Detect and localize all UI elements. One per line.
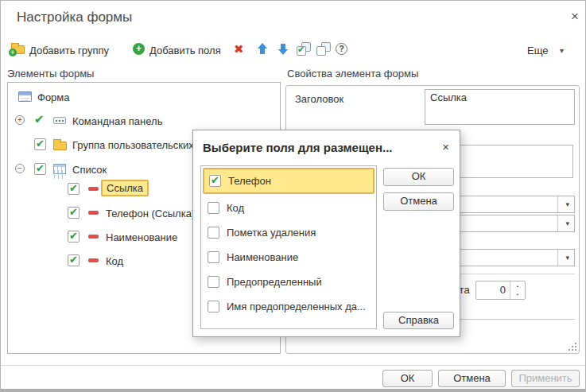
left-panel-header: Элементы формы [7, 68, 94, 80]
tree-label[interactable]: Телефон (Ссылка) [106, 208, 195, 219]
checkbox-checked[interactable]: ✔ [68, 254, 80, 266]
tree-label[interactable]: Форма [37, 91, 70, 103]
close-icon[interactable]: × [442, 140, 449, 153]
list-item[interactable]: Предопределенный [201, 270, 376, 294]
list-item[interactable]: Пометка удаления [201, 220, 376, 245]
help-icon[interactable]: ? [336, 43, 347, 55]
add-group-icon: + [11, 45, 25, 54]
dialog-cancel-button[interactable]: Отмена [383, 192, 454, 211]
chevron-down-icon: ▾ [565, 219, 569, 227]
collapse-icon[interactable]: − [15, 164, 25, 173]
list-item[interactable]: Наименование [201, 245, 376, 270]
list-item-label: Код [227, 202, 244, 214]
list-item-label: Имя предопределенных да... [227, 301, 366, 312]
list-item[interactable]: Имя предопределенных да... [201, 294, 376, 319]
chevron-down-icon: ▾ [565, 200, 569, 208]
checkbox-checked[interactable]: ✔ [34, 112, 45, 126]
checkbox-checked[interactable]: ✔ [209, 175, 221, 187]
checkbox-unchecked[interactable] [208, 202, 219, 214]
checkbox-checked[interactable]: ✔ [68, 183, 80, 195]
checkbox-unchecked[interactable] [208, 227, 219, 239]
title-label: Заголовок [295, 93, 343, 105]
checkbox-checked[interactable]: ✔ [34, 138, 46, 150]
tree-label[interactable]: Код [106, 255, 123, 267]
title-input[interactable]: Ссылка [425, 89, 575, 125]
checkbox-checked[interactable]: ✔ [68, 207, 80, 219]
list-item-selected[interactable]: ✔ Телефон [203, 168, 374, 194]
right-panel-header: Свойства элемента формы [287, 68, 418, 80]
list-item-label: Пометка удаления [227, 227, 316, 239]
folder-icon [53, 142, 67, 150]
list-item-label: Телефон [228, 175, 271, 187]
page-title: Настройка формы [17, 10, 132, 25]
divider [1, 365, 586, 366]
chevron-down-icon[interactable]: ▾ [560, 46, 564, 55]
more-button[interactable]: Еще [527, 45, 548, 56]
delete-icon[interactable]: ✖ [234, 42, 244, 56]
field-icon [88, 187, 99, 191]
command-bar-icon [53, 117, 66, 124]
add-fields-icon: + [133, 43, 145, 55]
checkbox-unchecked[interactable] [208, 251, 219, 263]
spin-down-icon[interactable]: ▼ [514, 292, 522, 297]
height-stepper[interactable]: 0 ▲▼ [475, 281, 526, 300]
table-icon [53, 164, 66, 174]
checkbox-unchecked[interactable] [208, 276, 219, 288]
field-icon [88, 235, 99, 239]
list-item-label: Предопределенный [227, 276, 322, 288]
expand-icon[interactable]: + [15, 115, 25, 125]
dialog-ok-button[interactable]: ОК [383, 168, 454, 186]
resize-grip[interactable] [569, 343, 578, 352]
list-item[interactable]: Код [201, 196, 376, 220]
height-value: 0 [500, 284, 506, 296]
spin-up-icon[interactable]: ▲ [514, 283, 522, 288]
tree-label[interactable]: Командная панель [72, 115, 162, 127]
add-fields-button[interactable]: Добавить поля [149, 45, 221, 56]
add-group-button[interactable]: Добавить группу [29, 45, 109, 56]
checkbox-checked[interactable]: ✔ [34, 163, 46, 175]
checkbox-unchecked[interactable] [208, 301, 219, 312]
tree-label-selected[interactable]: Ссылка [101, 180, 149, 196]
move-up-icon[interactable] [256, 42, 269, 56]
window-bottom-border [1, 389, 586, 392]
tree-label[interactable]: Наименование [106, 231, 177, 243]
fields-listbox: ✔ Телефон Код Пометка удаления Наименова… [200, 165, 377, 329]
field-icon [88, 211, 99, 215]
tree-label[interactable]: Группа пользовательских [72, 139, 194, 151]
dialog-help-button[interactable]: Справка [383, 312, 454, 329]
check-all-icon[interactable]: ✔ [297, 42, 312, 56]
select-fields-dialog: Выберите поля для размещен... × ✔ Телефо… [192, 130, 460, 337]
uncheck-all-icon[interactable] [316, 42, 332, 56]
form-settings-window: Настройка формы × + Добавить группу + До… [0, 0, 586, 392]
list-item-label: Наименование [227, 251, 298, 263]
cancel-button[interactable]: Отмена [438, 370, 506, 387]
form-icon [18, 91, 32, 102]
apply-button: Применить [511, 370, 580, 387]
chevron-down-icon: ▾ [565, 254, 569, 262]
field-icon [88, 258, 99, 262]
tree-label[interactable]: Список [72, 164, 107, 176]
move-down-icon[interactable] [277, 42, 289, 56]
dialog-title: Выберите поля для размещен... [203, 141, 393, 154]
checkbox-checked[interactable]: ✔ [68, 231, 80, 243]
close-icon[interactable]: × [571, 9, 579, 25]
ok-button[interactable]: ОК [382, 370, 433, 387]
